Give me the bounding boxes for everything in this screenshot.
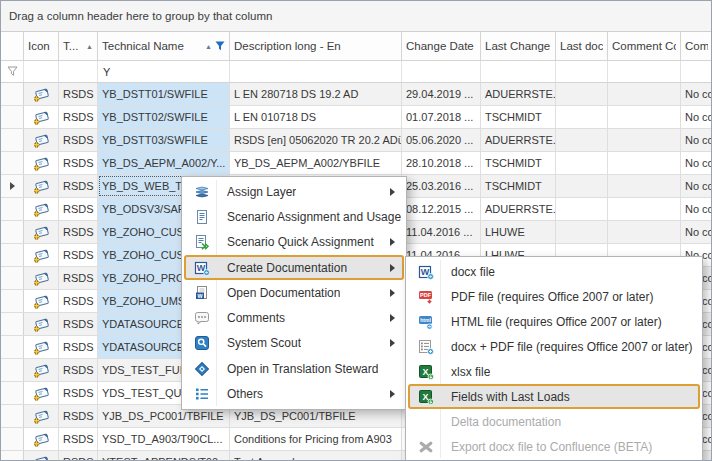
filter-cell-tech[interactable]: Y xyxy=(98,61,230,82)
menu-item-scenario-assignment-and-usage[interactable]: Scenario Assignment and Usage xyxy=(184,204,404,229)
column-header-comment_co[interactable]: Comment Co... xyxy=(608,32,681,60)
cell-comment[interactable]: No co... xyxy=(681,198,712,220)
cell-last_doc[interactable] xyxy=(556,129,608,151)
cell-last_change[interactable]: TSCHMIDT xyxy=(481,106,556,128)
cell-change_date[interactable]: 08.12.2015 ... xyxy=(402,198,481,220)
cell-last_doc[interactable] xyxy=(556,221,608,243)
filter-cell-change_date[interactable] xyxy=(402,61,481,82)
cell-type[interactable]: RSDS xyxy=(59,244,98,266)
menu-item-create-documentation[interactable]: WCreate Documentation xyxy=(184,255,404,280)
cell-last_doc[interactable] xyxy=(556,83,608,105)
cell-icon[interactable] xyxy=(24,106,59,128)
submenu-item-html-file-requires-office-2007-or-later[interactable]: htmlHTML file (requires Office 2007 or l… xyxy=(408,309,700,334)
filter-cell-comment[interactable] xyxy=(681,61,712,82)
row-indicator-cell[interactable] xyxy=(1,313,24,335)
filter-cell-type[interactable] xyxy=(59,61,98,82)
cell-desc[interactable]: YB_DS_AEPM_A002/YBFILE xyxy=(230,152,402,174)
column-header-ind[interactable] xyxy=(1,32,24,60)
cell-last_change[interactable]: TSCHMIDT xyxy=(481,152,556,174)
filter-cell-desc[interactable] xyxy=(230,61,402,82)
cell-type[interactable]: RSDS xyxy=(59,267,98,289)
filter-cell-ind[interactable] xyxy=(1,61,24,82)
submenu-item-pdf-file-requires-office-2007-or-later[interactable]: PDFPDF file (requires Office 2007 or lat… xyxy=(408,284,700,309)
row-indicator-cell[interactable] xyxy=(1,244,24,266)
cell-icon[interactable] xyxy=(24,382,59,404)
cell-comment[interactable]: No co... xyxy=(681,175,712,197)
cell-type[interactable]: RSDS xyxy=(59,313,98,335)
cell-comment[interactable]: No co... xyxy=(681,106,712,128)
cell-tech[interactable]: YTEST_APPENDS/T90 xyxy=(98,451,230,461)
column-header-tech[interactable]: Technical Name▲ xyxy=(98,32,230,60)
row-indicator-cell[interactable] xyxy=(1,267,24,289)
cell-change_date[interactable]: 11.04.2016 ... xyxy=(402,221,481,243)
cell-icon[interactable] xyxy=(24,451,59,461)
cell-comment[interactable]: No co... xyxy=(681,152,712,174)
menu-item-assign-layer[interactable]: Assign Layer xyxy=(184,179,404,204)
cell-last_doc[interactable] xyxy=(556,198,608,220)
filter-cell-comment_co[interactable] xyxy=(608,61,681,82)
cell-comment_co[interactable] xyxy=(608,198,681,220)
cell-comment_co[interactable] xyxy=(608,175,681,197)
submenu-item-export-docx-file-to-confluence-beta[interactable]: Export docx file to Confluence (BETA) xyxy=(408,434,700,459)
column-header-last_doc[interactable]: Last doc. xyxy=(556,32,608,60)
group-by-panel[interactable]: Drag a column header here to group by th… xyxy=(1,1,711,32)
menu-item-others[interactable]: Others xyxy=(184,381,404,406)
cell-type[interactable]: RSDS xyxy=(59,221,98,243)
row-indicator-cell[interactable] xyxy=(1,152,24,174)
column-header-type[interactable]: T...▲ xyxy=(59,32,98,60)
cell-last_doc[interactable] xyxy=(556,106,608,128)
cell-type[interactable]: RSDS xyxy=(59,175,98,197)
cell-change_date[interactable]: 01.07.2018 ... xyxy=(402,106,481,128)
cell-icon[interactable] xyxy=(24,152,59,174)
cell-comment_co[interactable] xyxy=(608,83,681,105)
cell-type[interactable]: RSDS xyxy=(59,83,98,105)
cell-tech[interactable]: YSD_TD_A903/T90CL... xyxy=(98,428,230,450)
cell-tech[interactable]: YB_DS_AEPM_A002/Y... xyxy=(98,152,230,174)
row-indicator-cell[interactable] xyxy=(1,428,24,450)
cell-change_date[interactable]: 05.06.2020 ... xyxy=(402,129,481,151)
cell-desc[interactable]: Conditions for Pricing from A903 xyxy=(230,428,402,450)
cell-type[interactable]: RSDS xyxy=(59,129,98,151)
cell-icon[interactable] xyxy=(24,175,59,197)
column-header-change_date[interactable]: Change Date xyxy=(402,32,481,60)
cell-comment_co[interactable] xyxy=(608,221,681,243)
row-indicator-cell[interactable] xyxy=(1,175,24,197)
cell-type[interactable]: RSDS xyxy=(59,290,98,312)
cell-comment_co[interactable] xyxy=(608,152,681,174)
column-header-last_change[interactable]: Last Change... xyxy=(481,32,556,60)
cell-desc[interactable]: Test Appends xyxy=(230,451,402,461)
cell-icon[interactable] xyxy=(24,267,59,289)
cell-icon[interactable] xyxy=(24,221,59,243)
cell-icon[interactable] xyxy=(24,129,59,151)
cell-change_date[interactable]: 29.04.2019 ... xyxy=(402,83,481,105)
cell-comment_co[interactable] xyxy=(608,106,681,128)
submenu-item-docx-file[interactable]: Wdocx file xyxy=(408,259,700,284)
cell-desc[interactable]: L EN 280718 DS 19.2 AD xyxy=(230,83,402,105)
cell-icon[interactable] xyxy=(24,290,59,312)
cell-tech[interactable]: YB_DSTT03/SWFILE xyxy=(98,129,230,151)
row-indicator-cell[interactable] xyxy=(1,106,24,128)
menu-item-system-scout[interactable]: System Scout xyxy=(184,331,404,356)
row-indicator-cell[interactable] xyxy=(1,198,24,220)
row-indicator-cell[interactable] xyxy=(1,290,24,312)
cell-icon[interactable] xyxy=(24,336,59,358)
cell-type[interactable]: RSDS xyxy=(59,405,98,427)
cell-icon[interactable] xyxy=(24,244,59,266)
cell-tech[interactable]: YB_DSTT01/SWFILE xyxy=(98,83,230,105)
cell-last_change[interactable]: ADUERRSTE... xyxy=(481,129,556,151)
cell-last_change[interactable]: ADUERRSTE... xyxy=(481,198,556,220)
menu-item-open-documentation[interactable]: wOpen Documentation xyxy=(184,280,404,305)
row-indicator-cell[interactable] xyxy=(1,336,24,358)
cell-icon[interactable] xyxy=(24,359,59,381)
submenu-item-xlsx-file[interactable]: Xxlsx file xyxy=(408,359,700,384)
submenu-item-delta-documentation[interactable]: Delta documentation xyxy=(408,409,700,434)
menu-item-scenario-quick-assignment[interactable]: Scenario Quick Assignment xyxy=(184,230,404,255)
cell-comment[interactable]: No co... xyxy=(681,129,712,151)
cell-change_date[interactable]: 28.10.2018 ... xyxy=(402,152,481,174)
cell-icon[interactable] xyxy=(24,428,59,450)
cell-last_change[interactable]: ADUERRSTE... xyxy=(481,83,556,105)
row-indicator-cell[interactable] xyxy=(1,359,24,381)
filter-cell-last_doc[interactable] xyxy=(556,61,608,82)
cell-type[interactable]: RSDS xyxy=(59,198,98,220)
row-indicator-cell[interactable] xyxy=(1,83,24,105)
